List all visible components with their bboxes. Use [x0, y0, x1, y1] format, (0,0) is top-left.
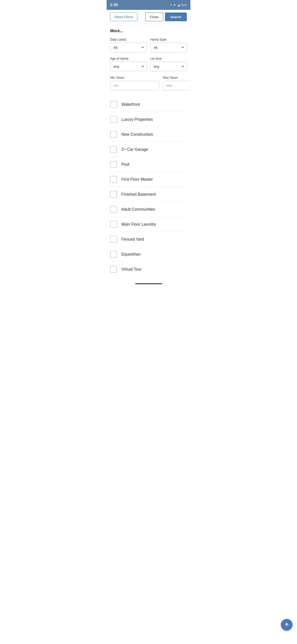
home-style-select[interactable]: All Ranch Two Story Colonial Cape Cod Co…: [150, 43, 187, 52]
list-item: Virtual Tour: [110, 262, 187, 276]
content: More... Date Listed All Today Last 3 Day…: [107, 24, 190, 281]
date-listed-select[interactable]: All Today Last 3 Days Last Week Last Mon…: [110, 43, 147, 52]
checkbox-luxury[interactable]: [110, 116, 117, 123]
search-button[interactable]: Search: [165, 12, 187, 21]
home-indicator-bar: [135, 283, 162, 284]
list-item: New Construction: [110, 127, 187, 142]
checkbox-label-equestrian: Equestrian: [121, 252, 141, 257]
checkbox-pool[interactable]: [110, 161, 117, 168]
list-item: Fenced Yard: [110, 232, 187, 247]
checkbox-label-fenced-yard: Fenced Yard: [121, 237, 144, 242]
min-taxes-group: Min Taxes: [110, 76, 159, 90]
lot-size-select[interactable]: Any Under 1/4 Acre 1/4 to 1/2 Acre 1/2 t…: [150, 62, 187, 71]
min-taxes-label: Min Taxes: [110, 76, 159, 80]
checkbox-car-garage[interactable]: [110, 146, 117, 153]
checkbox-new-construction[interactable]: [110, 131, 117, 138]
close-button[interactable]: Close: [145, 12, 163, 21]
checkbox-adult-communities[interactable]: [110, 206, 117, 213]
section-title: More...: [110, 28, 187, 33]
age-of-home-label: Age of Home: [110, 57, 147, 60]
toolbar: Reset Filters Close Search: [107, 10, 190, 24]
date-listed-group: Date Listed All Today Last 3 Days Last W…: [110, 38, 147, 52]
list-item: Adult Communities: [110, 202, 187, 217]
checkbox-label-pool: Pool: [121, 162, 129, 167]
home-style-group: Home Style All Ranch Two Story Colonial …: [150, 38, 187, 52]
checkbox-label-luxury: Luxury Properties: [121, 117, 153, 122]
checkbox-label-main-floor-laundry: Main Floor Laundry: [121, 222, 156, 227]
list-item: Waterfront: [110, 97, 187, 112]
lot-size-label: Lot Size: [150, 57, 187, 60]
checkbox-finished-basement[interactable]: [110, 191, 117, 198]
checkbox-virtual-tour[interactable]: [110, 266, 117, 272]
reset-filters-button[interactable]: Reset Filters: [110, 12, 137, 21]
list-item: Finished Basement: [110, 187, 187, 202]
signal-icon: ◢: [177, 3, 180, 7]
max-taxes-label: Max Taxes: [163, 76, 190, 80]
checkbox-main-floor-laundry[interactable]: [110, 221, 117, 228]
checkbox-label-car-garage: 2+ Car Garage: [121, 147, 148, 152]
checkbox-label-waterfront: Waterfront: [121, 102, 140, 107]
checkbox-fenced-yard[interactable]: [110, 236, 117, 242]
checkbox-label-finished-basement: Finished Basement: [121, 192, 156, 197]
age-of-home-group: Age of Home Any New 0-5 Years 5-10 Years…: [110, 57, 147, 71]
status-icons: ⌖ ▼ ◢ 81%: [170, 3, 187, 7]
max-taxes-group: Max Taxes: [163, 76, 190, 90]
checkbox-list: WaterfrontLuxury PropertiesNew Construct…: [110, 97, 187, 276]
status-time: 2:38: [110, 3, 118, 7]
home-indicator: [107, 281, 190, 286]
toolbar-right: Close Search: [145, 12, 187, 21]
min-taxes-input[interactable]: [110, 81, 159, 90]
list-item: First Floor Master: [110, 172, 187, 187]
checkbox-label-virtual-tour: Virtual Tour: [121, 267, 141, 272]
list-item: Pool: [110, 157, 187, 172]
filters-row-3: Min Taxes Max Taxes: [110, 76, 187, 90]
status-bar: 2:38 ⌖ ▼ ◢ 81%: [107, 0, 190, 10]
checkbox-label-first-floor-master: First Floor Master: [121, 177, 153, 182]
location-icon: ⌖: [170, 3, 172, 7]
list-item: Equestrian: [110, 247, 187, 262]
checkbox-waterfront[interactable]: [110, 101, 117, 108]
home-style-label: Home Style: [150, 38, 187, 41]
battery-icon: 81%: [181, 3, 187, 7]
checkbox-label-adult-communities: Adult Communities: [121, 207, 155, 212]
age-of-home-select[interactable]: Any New 0-5 Years 5-10 Years 10-20 Years…: [110, 62, 147, 71]
checkbox-first-floor-master[interactable]: [110, 176, 117, 183]
checkbox-equestrian[interactable]: [110, 251, 117, 258]
list-item: Main Floor Laundry: [110, 217, 187, 232]
checkbox-label-new-construction: New Construction: [121, 132, 153, 137]
list-item: Luxury Properties: [110, 112, 187, 127]
filters-row-1: Date Listed All Today Last 3 Days Last W…: [110, 38, 187, 52]
list-item: 2+ Car Garage: [110, 142, 187, 157]
date-listed-label: Date Listed: [110, 38, 147, 41]
lot-size-group: Lot Size Any Under 1/4 Acre 1/4 to 1/2 A…: [150, 57, 187, 71]
filters-row-2: Age of Home Any New 0-5 Years 5-10 Years…: [110, 57, 187, 71]
max-taxes-input[interactable]: [163, 81, 190, 90]
wifi-icon: ▼: [173, 3, 176, 7]
